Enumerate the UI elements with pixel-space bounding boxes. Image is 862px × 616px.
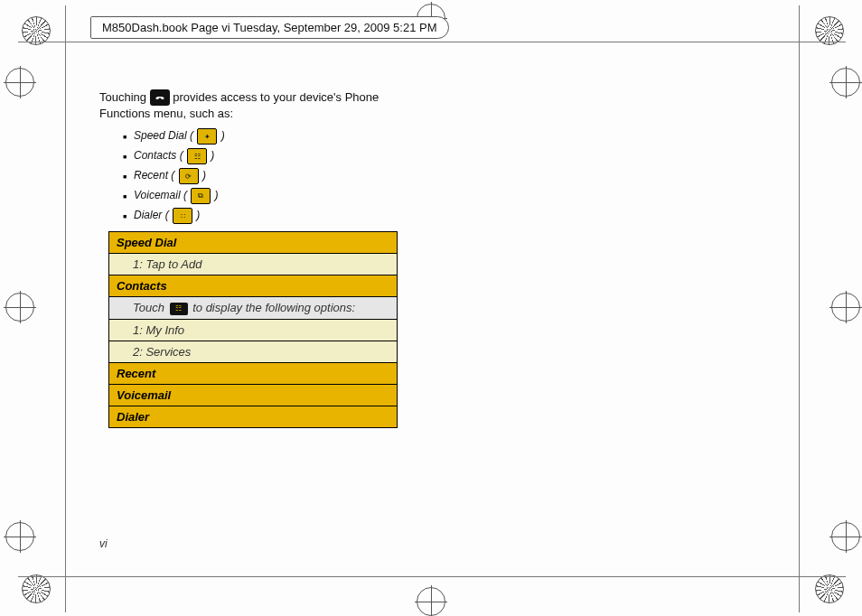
crop-mark-icon (831, 68, 860, 97)
note-prefix: Touch (133, 301, 168, 314)
voicemail-icon: ⧉ (191, 188, 211, 204)
note-suffix: to display the following options: (192, 301, 355, 314)
contacts-icon: ☷ (170, 303, 188, 315)
intro-prefix: Touching (99, 90, 150, 104)
list-item: Voicemail ( ⧉ ) (123, 188, 425, 204)
list-item: Dialer ( ∷ ) (123, 208, 425, 224)
crop-mark-icon (831, 522, 860, 551)
list-item-label: Speed Dial (134, 129, 187, 142)
table-header-speed-dial: Speed Dial (109, 232, 398, 254)
document-path: M850Dash.book Page vi Tuesday, September… (90, 16, 449, 39)
crop-line (18, 576, 846, 577)
crop-mark-icon (417, 587, 445, 616)
intro-text: Touching provides access to your device'… (99, 90, 425, 121)
speed-dial-icon: ✦ (197, 128, 217, 145)
contacts-icon: ☷ (187, 148, 207, 164)
crop-mark-icon (5, 68, 34, 97)
crop-line (18, 42, 846, 42)
list-item-label: Voicemail (134, 189, 181, 201)
list-item-label: Dialer (134, 209, 162, 221)
phone-icon (150, 89, 170, 106)
crop-mark-icon (22, 574, 51, 603)
crop-line (65, 5, 66, 612)
menu-table: Speed Dial 1: Tap to Add Contacts Touch … (108, 231, 398, 428)
list-item: Recent ( ⟳ ) (123, 168, 425, 184)
list-item: Contacts ( ☷ ) (123, 148, 425, 164)
list-item-label: Recent (134, 169, 168, 182)
recent-icon: ⟳ (179, 168, 199, 184)
table-header-voicemail: Voicemail (109, 384, 398, 406)
table-header-contacts: Contacts (109, 275, 398, 297)
dialer-icon: ∷ (173, 208, 192, 224)
list-item-label: Contacts (134, 149, 176, 162)
crop-mark-icon (5, 522, 34, 551)
table-header-dialer: Dialer (109, 406, 398, 427)
table-note: Touch ☷ to display the following options… (109, 297, 398, 320)
crop-mark-icon (5, 293, 34, 322)
function-list: Speed Dial ( ✦ ) Contacts ( ☷ ) Recent (… (123, 128, 425, 224)
crop-mark-icon (815, 574, 844, 603)
page-number: vi (99, 537, 108, 550)
table-row: 2: Services (109, 341, 398, 362)
table-row: 1: Tap to Add (109, 254, 398, 275)
table-row: 1: My Info (109, 319, 398, 341)
table-header-recent: Recent (109, 362, 398, 384)
list-item: Speed Dial ( ✦ ) (123, 128, 425, 145)
crop-mark-icon (831, 293, 860, 322)
crop-line (799, 5, 800, 612)
